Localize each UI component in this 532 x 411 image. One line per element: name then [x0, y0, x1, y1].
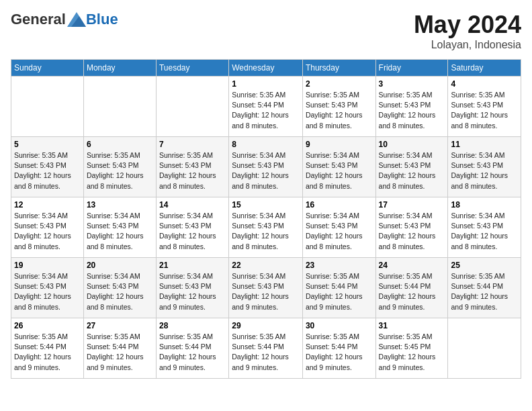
calendar-cell: 6Sunrise: 5:35 AM Sunset: 5:43 PM Daylig… [83, 137, 156, 197]
calendar-cell: 25Sunrise: 5:35 AM Sunset: 5:44 PM Dayli… [448, 258, 521, 318]
calendar-cell: 3Sunrise: 5:35 AM Sunset: 5:43 PM Daylig… [375, 77, 448, 137]
day-number: 23 [306, 261, 373, 270]
calendar-cell: 26Sunrise: 5:35 AM Sunset: 5:44 PM Dayli… [11, 318, 84, 379]
day-number: 19 [14, 261, 81, 270]
calendar-cell: 11Sunrise: 5:34 AM Sunset: 5:43 PM Dayli… [448, 137, 521, 197]
day-number: 13 [87, 200, 153, 210]
day-info: Sunrise: 5:34 AM Sunset: 5:43 PM Dayligh… [306, 211, 373, 252]
day-number: 24 [379, 261, 445, 270]
day-number: 28 [159, 321, 226, 330]
day-info: Sunrise: 5:34 AM Sunset: 5:43 PM Dayligh… [451, 150, 518, 191]
calendar-cell [156, 77, 228, 137]
calendar-cell: 27Sunrise: 5:35 AM Sunset: 5:44 PM Dayli… [83, 318, 156, 379]
day-number: 25 [451, 261, 518, 270]
day-info: Sunrise: 5:35 AM Sunset: 5:44 PM Dayligh… [306, 271, 373, 312]
calendar-cell: 13Sunrise: 5:34 AM Sunset: 5:43 PM Dayli… [83, 197, 156, 258]
day-info: Sunrise: 5:35 AM Sunset: 5:44 PM Dayligh… [379, 271, 445, 312]
day-info: Sunrise: 5:35 AM Sunset: 5:44 PM Dayligh… [232, 90, 300, 131]
logo: General Blue [11, 11, 118, 28]
weekday-header-row: SundayMondayTuesdayWednesdayThursdayFrid… [11, 60, 521, 77]
day-info: Sunrise: 5:35 AM Sunset: 5:43 PM Dayligh… [159, 150, 226, 191]
calendar-cell: 31Sunrise: 5:35 AM Sunset: 5:45 PM Dayli… [375, 318, 448, 379]
calendar-cell: 19Sunrise: 5:34 AM Sunset: 5:43 PM Dayli… [11, 258, 84, 318]
calendar-cell: 18Sunrise: 5:34 AM Sunset: 5:43 PM Dayli… [448, 197, 521, 258]
calendar-cell: 12Sunrise: 5:34 AM Sunset: 5:43 PM Dayli… [11, 197, 84, 258]
title-block: May 2024 Lolayan, Indonesia [414, 11, 521, 51]
day-info: Sunrise: 5:34 AM Sunset: 5:43 PM Dayligh… [159, 211, 226, 252]
day-info: Sunrise: 5:34 AM Sunset: 5:43 PM Dayligh… [87, 211, 153, 252]
day-number: 22 [232, 261, 300, 270]
day-number: 18 [451, 200, 518, 210]
day-number: 30 [306, 321, 373, 330]
day-number: 6 [87, 140, 153, 149]
calendar-cell: 5Sunrise: 5:35 AM Sunset: 5:43 PM Daylig… [11, 137, 84, 197]
day-number: 3 [379, 79, 445, 89]
day-info: Sunrise: 5:34 AM Sunset: 5:43 PM Dayligh… [14, 211, 81, 252]
calendar-cell: 10Sunrise: 5:34 AM Sunset: 5:43 PM Dayli… [375, 137, 448, 197]
calendar-cell: 30Sunrise: 5:35 AM Sunset: 5:44 PM Dayli… [302, 318, 375, 379]
day-info: Sunrise: 5:34 AM Sunset: 5:43 PM Dayligh… [379, 150, 445, 191]
weekday-header: Sunday [11, 60, 84, 77]
calendar-week-row: 12Sunrise: 5:34 AM Sunset: 5:43 PM Dayli… [11, 197, 521, 258]
day-info: Sunrise: 5:34 AM Sunset: 5:43 PM Dayligh… [159, 271, 226, 312]
month-title: May 2024 [414, 11, 521, 39]
day-info: Sunrise: 5:35 AM Sunset: 5:44 PM Dayligh… [306, 332, 373, 373]
calendar-cell: 7Sunrise: 5:35 AM Sunset: 5:43 PM Daylig… [156, 137, 228, 197]
calendar-cell: 28Sunrise: 5:35 AM Sunset: 5:44 PM Dayli… [156, 318, 228, 379]
location: Lolayan, Indonesia [414, 39, 521, 51]
day-info: Sunrise: 5:34 AM Sunset: 5:43 PM Dayligh… [232, 271, 300, 312]
day-info: Sunrise: 5:34 AM Sunset: 5:43 PM Dayligh… [232, 150, 300, 191]
calendar-week-row: 26Sunrise: 5:35 AM Sunset: 5:44 PM Dayli… [11, 318, 521, 379]
day-info: Sunrise: 5:35 AM Sunset: 5:44 PM Dayligh… [232, 332, 300, 373]
day-number: 17 [379, 200, 445, 210]
day-number: 1 [232, 79, 300, 89]
day-info: Sunrise: 5:35 AM Sunset: 5:44 PM Dayligh… [159, 332, 226, 373]
day-number: 4 [451, 79, 518, 89]
day-info: Sunrise: 5:34 AM Sunset: 5:43 PM Dayligh… [14, 271, 81, 312]
day-number: 16 [306, 200, 373, 210]
calendar-cell: 9Sunrise: 5:34 AM Sunset: 5:43 PM Daylig… [302, 137, 375, 197]
calendar-week-row: 1Sunrise: 5:35 AM Sunset: 5:44 PM Daylig… [11, 77, 521, 137]
day-number: 29 [232, 321, 300, 330]
day-info: Sunrise: 5:34 AM Sunset: 5:43 PM Dayligh… [87, 271, 153, 312]
day-number: 27 [87, 321, 153, 330]
logo-blue-text: Blue [86, 11, 118, 28]
weekday-header: Saturday [448, 60, 521, 77]
day-info: Sunrise: 5:34 AM Sunset: 5:43 PM Dayligh… [232, 211, 300, 252]
day-number: 15 [232, 200, 300, 210]
calendar-cell: 8Sunrise: 5:34 AM Sunset: 5:43 PM Daylig… [229, 137, 303, 197]
day-info: Sunrise: 5:35 AM Sunset: 5:44 PM Dayligh… [87, 332, 153, 373]
calendar-cell: 16Sunrise: 5:34 AM Sunset: 5:43 PM Dayli… [302, 197, 375, 258]
calendar-cell: 14Sunrise: 5:34 AM Sunset: 5:43 PM Dayli… [156, 197, 228, 258]
weekday-header: Wednesday [229, 60, 303, 77]
day-number: 26 [14, 321, 81, 330]
weekday-header: Friday [375, 60, 448, 77]
day-info: Sunrise: 5:34 AM Sunset: 5:43 PM Dayligh… [451, 211, 518, 252]
weekday-header: Tuesday [156, 60, 228, 77]
calendar-cell: 4Sunrise: 5:35 AM Sunset: 5:43 PM Daylig… [448, 77, 521, 137]
calendar-cell: 29Sunrise: 5:35 AM Sunset: 5:44 PM Dayli… [229, 318, 303, 379]
day-number: 10 [379, 140, 445, 149]
calendar-cell [11, 77, 84, 137]
day-info: Sunrise: 5:35 AM Sunset: 5:45 PM Dayligh… [379, 332, 445, 373]
day-info: Sunrise: 5:35 AM Sunset: 5:44 PM Dayligh… [14, 332, 81, 373]
weekday-header: Thursday [302, 60, 375, 77]
calendar-cell: 24Sunrise: 5:35 AM Sunset: 5:44 PM Dayli… [375, 258, 448, 318]
calendar-cell: 17Sunrise: 5:34 AM Sunset: 5:43 PM Dayli… [375, 197, 448, 258]
calendar-cell: 15Sunrise: 5:34 AM Sunset: 5:43 PM Dayli… [229, 197, 303, 258]
day-number: 21 [159, 261, 226, 270]
calendar-cell: 21Sunrise: 5:34 AM Sunset: 5:43 PM Dayli… [156, 258, 228, 318]
day-number: 14 [159, 200, 226, 210]
day-info: Sunrise: 5:35 AM Sunset: 5:43 PM Dayligh… [451, 90, 518, 131]
day-number: 9 [306, 140, 373, 149]
day-info: Sunrise: 5:35 AM Sunset: 5:43 PM Dayligh… [87, 150, 153, 191]
calendar-cell: 2Sunrise: 5:35 AM Sunset: 5:43 PM Daylig… [302, 77, 375, 137]
day-number: 20 [87, 261, 153, 270]
logo-general-text: General [11, 11, 66, 28]
day-info: Sunrise: 5:34 AM Sunset: 5:43 PM Dayligh… [379, 211, 445, 252]
calendar-cell: 23Sunrise: 5:35 AM Sunset: 5:44 PM Dayli… [302, 258, 375, 318]
day-info: Sunrise: 5:35 AM Sunset: 5:43 PM Dayligh… [306, 90, 373, 131]
day-info: Sunrise: 5:35 AM Sunset: 5:43 PM Dayligh… [379, 90, 445, 131]
calendar-cell [448, 318, 521, 379]
calendar-week-row: 5Sunrise: 5:35 AM Sunset: 5:43 PM Daylig… [11, 137, 521, 197]
